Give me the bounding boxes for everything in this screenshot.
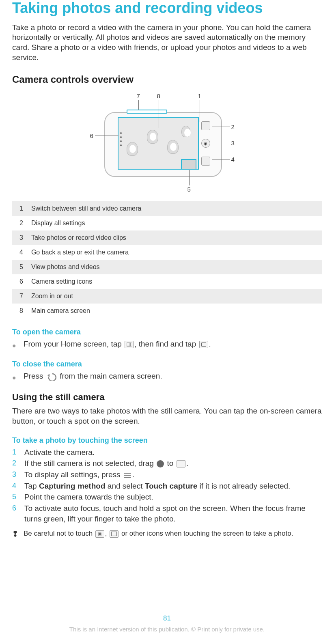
callout-8: 8 (157, 93, 160, 99)
step-number: 2 (12, 458, 19, 468)
step-number: 4 (12, 481, 19, 491)
shutter-icon: ◉ (201, 139, 210, 148)
thumbnail-preview (181, 159, 196, 170)
controls-overview-heading: Camera controls overview (12, 74, 322, 85)
switch-mode-icon (201, 121, 210, 130)
table-row: 6Camera setting icons (12, 274, 322, 289)
video-mode-icon (95, 530, 104, 538)
callout-1: 1 (198, 93, 201, 99)
close-camera-step: ● Press from the main camera screen. (12, 371, 322, 382)
step-6: 6 To activate auto focus, touch and hold… (12, 503, 322, 524)
still-camera-icon (177, 460, 185, 467)
table-row: 5View photos and videos (12, 260, 322, 274)
intro-paragraph: Take a photo or record a video with the … (12, 23, 322, 63)
footer-note: This is an Internet version of this publ… (69, 626, 265, 633)
callout-4: 4 (231, 156, 235, 163)
warning-note: ❢ Be careful not to touch , or other ico… (12, 530, 322, 538)
step-number: 3 (12, 470, 19, 479)
open-camera-heading: To open the camera (12, 328, 322, 336)
page-title: Taking photos and recording videos (12, 0, 322, 16)
table-row: 2Display all settings (12, 216, 322, 230)
bullet-icon: ● (12, 373, 18, 382)
callout-7: 7 (137, 93, 140, 99)
menu-icon (123, 472, 131, 479)
table-row: 1Switch between still and video camera (12, 201, 322, 216)
step-3: 3 To display all settings, press . (12, 470, 322, 480)
apps-grid-icon (125, 341, 134, 348)
step-2: 2 If the still camera is not selected, d… (12, 458, 322, 469)
step-number: 6 (12, 503, 19, 513)
callout-6: 6 (90, 132, 93, 139)
camera-icon (199, 341, 208, 348)
open-camera-step: ● From your Home screen, tap , then find… (12, 339, 322, 350)
still-camera-paragraph: There are two ways to take photos with t… (12, 406, 322, 426)
zoom-bar (127, 110, 167, 114)
touch-photo-heading: To take a photo by touching the screen (12, 436, 322, 445)
close-camera-heading: To close the camera (12, 360, 322, 368)
callout-2: 2 (231, 123, 235, 130)
step-4: 4 Tap Capturing method and select Touch … (12, 481, 322, 491)
callout-3: 3 (231, 140, 235, 146)
still-camera-heading: Using the still camera (12, 392, 322, 403)
gallery-icon (110, 530, 119, 538)
page-footer: 81 This is an Internet version of this p… (0, 614, 334, 633)
drag-handle-icon (157, 460, 164, 467)
page-number: 81 (0, 614, 334, 622)
table-row: 4Go back a step or exit the camera (12, 245, 322, 260)
legend-table: 1Switch between still and video camera 2… (12, 201, 322, 318)
camera-diagram: ◉ 7 8 1 2 3 4 6 5 (12, 92, 322, 193)
step-number: 5 (12, 492, 19, 502)
back-icon-small (201, 157, 210, 166)
right-controls: ◉ (199, 117, 213, 170)
table-row: 8Main camera screen (12, 304, 322, 318)
table-row: 3Take photos or record video clips (12, 230, 322, 245)
callout-5: 5 (187, 186, 191, 193)
step-5: 5 Point the camera towards the subject. (12, 492, 322, 502)
setting-icons-column (120, 132, 122, 146)
step-number: 1 (12, 447, 19, 457)
step-1: 1 Activate the camera. (12, 447, 322, 458)
table-row: 7Zoom in or out (12, 289, 322, 304)
back-arrow-icon (47, 373, 56, 381)
bullet-icon: ● (12, 341, 18, 350)
warning-icon: ❢ (12, 530, 18, 538)
